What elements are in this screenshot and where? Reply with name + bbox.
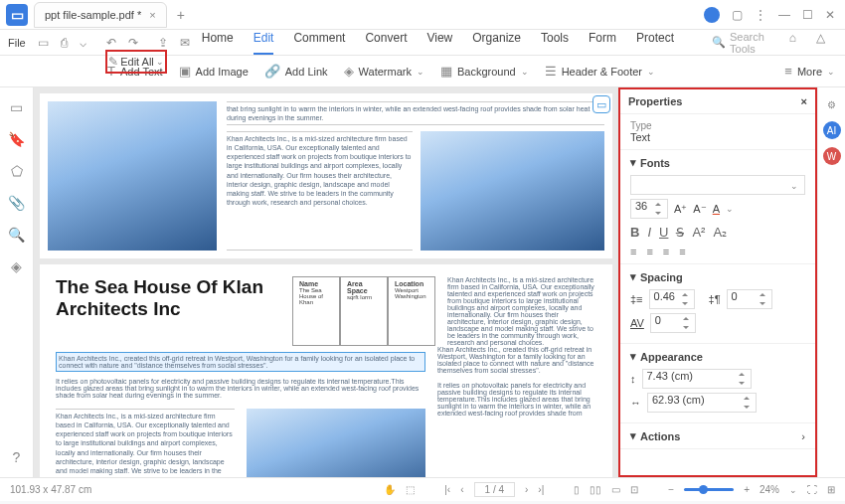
collapse-icon[interactable]: ▾ bbox=[630, 156, 636, 169]
first-page-icon[interactable]: |‹ bbox=[444, 484, 450, 495]
mail-icon[interactable]: ✉ bbox=[180, 36, 190, 50]
hand-tool-icon[interactable]: ✋ bbox=[384, 484, 396, 495]
layers-icon[interactable]: ◈ bbox=[11, 258, 22, 274]
body-text-block[interactable]: Khan Architects Inc., is a mid-sized arc… bbox=[227, 131, 413, 251]
fit-width-icon[interactable]: ⛶ bbox=[807, 484, 817, 495]
zoom-slider[interactable] bbox=[684, 488, 734, 491]
attachments-icon[interactable]: 📎 bbox=[8, 195, 25, 211]
chevron-right-icon[interactable]: › bbox=[801, 430, 805, 442]
next-page-icon[interactable]: › bbox=[525, 484, 528, 495]
menu-protect[interactable]: Protect bbox=[636, 31, 674, 55]
align-right-icon[interactable]: ≡ bbox=[663, 246, 669, 257]
page-indicator[interactable]: 1 / 4 bbox=[474, 482, 515, 497]
paragraph-spacing-input[interactable]: 0 bbox=[727, 289, 772, 309]
search-panel-icon[interactable]: 🔍 bbox=[8, 227, 25, 243]
collapse-icon[interactable]: ▾ bbox=[630, 270, 636, 283]
superscript-icon[interactable]: A² bbox=[692, 225, 705, 240]
right-text-1[interactable]: Khan Architects Inc., is a mid-sized arc… bbox=[447, 276, 596, 346]
single-page-icon[interactable]: ▯ bbox=[574, 484, 580, 495]
subscript-icon[interactable]: A₂ bbox=[713, 225, 727, 240]
underline-icon[interactable]: U bbox=[659, 225, 668, 240]
home-icon[interactable]: ⌂ bbox=[789, 31, 796, 55]
undo-icon[interactable]: ↶ bbox=[106, 36, 116, 50]
bold-icon[interactable]: B bbox=[630, 225, 639, 240]
share-icon[interactable]: ⇪ bbox=[158, 36, 168, 50]
document-tab[interactable]: ppt file-sample.pdf * × bbox=[34, 2, 167, 28]
right-text-2[interactable]: Khan Architects Inc., created this off-g… bbox=[437, 346, 596, 374]
continuous-page-icon[interactable]: ▯▯ bbox=[590, 484, 601, 495]
settings-icon[interactable]: ⚙ bbox=[823, 95, 841, 113]
building-image-3[interactable] bbox=[247, 409, 425, 477]
file-menu[interactable]: File bbox=[8, 37, 26, 49]
font-family-select[interactable]: ⌄ bbox=[630, 175, 805, 195]
align-justify-icon[interactable]: ≡ bbox=[679, 246, 685, 257]
strikethrough-icon[interactable]: S̶ bbox=[676, 225, 684, 240]
fit-page-icon[interactable]: ⊡ bbox=[630, 484, 638, 495]
width-input[interactable]: 7.43 (cm) bbox=[642, 369, 752, 389]
search-tools[interactable]: 🔍 Search Tools bbox=[712, 31, 769, 55]
bookmarks-icon[interactable]: 🔖 bbox=[8, 131, 25, 147]
font-size-input[interactable]: 36 bbox=[630, 199, 668, 219]
zoom-value[interactable]: 24% bbox=[760, 484, 779, 495]
two-page-icon[interactable]: ▭ bbox=[611, 484, 620, 495]
header-footer-button[interactable]: ☰Header & Footer⌄ bbox=[545, 64, 655, 79]
word-icon[interactable]: W bbox=[823, 147, 841, 165]
user-avatar[interactable] bbox=[704, 7, 720, 23]
watermark-button[interactable]: ◈Watermark⌄ bbox=[344, 64, 424, 79]
zoom-out-icon[interactable]: − bbox=[668, 484, 674, 495]
close-tab-icon[interactable]: × bbox=[149, 9, 155, 21]
italic-icon[interactable]: I bbox=[647, 225, 651, 240]
ai-icon[interactable]: AI bbox=[823, 121, 841, 139]
help-icon[interactable]: ? bbox=[13, 449, 21, 465]
collapse-icon[interactable]: ▾ bbox=[630, 350, 636, 363]
decrease-font-icon[interactable]: A⁻ bbox=[693, 203, 706, 216]
menu-organize[interactable]: Organize bbox=[472, 31, 521, 55]
select-tool-icon[interactable]: ⬚ bbox=[406, 484, 415, 495]
page-title[interactable]: The Sea House Of Klan Architects Inc bbox=[56, 276, 280, 346]
redo-icon[interactable]: ↷ bbox=[128, 36, 138, 50]
minimize-button[interactable]: — bbox=[778, 8, 790, 22]
zoom-in-icon[interactable]: + bbox=[744, 484, 750, 495]
kebab-menu-icon[interactable]: ⋮ bbox=[755, 8, 766, 22]
up-icon[interactable]: △ bbox=[816, 31, 825, 55]
add-image-button[interactable]: ▣Add Image bbox=[179, 64, 249, 79]
save-icon[interactable]: ⎙ bbox=[61, 36, 68, 50]
height-input[interactable]: 62.93 (cm) bbox=[647, 393, 757, 413]
print-icon[interactable]: ⌵ bbox=[80, 36, 86, 50]
open-icon[interactable]: ▭ bbox=[38, 36, 49, 50]
menu-edit[interactable]: Edit bbox=[254, 31, 274, 55]
menu-comment[interactable]: Comment bbox=[293, 31, 345, 55]
align-center-icon[interactable]: ≡ bbox=[646, 246, 652, 257]
building-image-1[interactable] bbox=[48, 101, 217, 251]
more-button[interactable]: ≡More⌄ bbox=[784, 64, 835, 79]
comments-icon[interactable]: ⬠ bbox=[11, 163, 23, 179]
add-link-button[interactable]: 🔗Add Link bbox=[264, 64, 328, 79]
font-color-icon[interactable]: A bbox=[713, 203, 720, 215]
menu-tools[interactable]: Tools bbox=[541, 31, 569, 55]
window-restore-icon[interactable]: ▢ bbox=[732, 8, 743, 22]
background-button[interactable]: ▦Background⌄ bbox=[440, 64, 529, 79]
menu-convert[interactable]: Convert bbox=[365, 31, 407, 55]
char-spacing-input[interactable]: 0 bbox=[650, 313, 696, 333]
info-table[interactable]: NameThe Sea House of Khan Area Spacesqrf… bbox=[292, 276, 435, 346]
edit-all-button[interactable]: ✎ Edit All ⌄ bbox=[105, 50, 167, 74]
close-button[interactable]: ✕ bbox=[825, 8, 835, 22]
selected-text-block[interactable]: Khan Architects Inc., created this off-g… bbox=[56, 352, 425, 372]
thumbnails-icon[interactable]: ▭ bbox=[10, 99, 23, 115]
body-text[interactable]: It relies on photovoltaic panels for ele… bbox=[56, 378, 425, 399]
building-image-2[interactable] bbox=[421, 131, 604, 251]
align-left-icon[interactable]: ≡ bbox=[630, 246, 636, 257]
last-page-icon[interactable]: ›| bbox=[538, 484, 544, 495]
increase-font-icon[interactable]: A⁺ bbox=[674, 203, 687, 216]
left-column-text[interactable]: Khan Architects Inc., is a mid-sized arc… bbox=[56, 409, 235, 477]
menu-view[interactable]: View bbox=[426, 31, 452, 55]
right-text-3[interactable]: It relies on photovoltaic panels for ele… bbox=[437, 382, 596, 417]
menu-home[interactable]: Home bbox=[202, 31, 234, 55]
caption-text[interactable]: that bring sunlight in to warm the inter… bbox=[227, 101, 604, 125]
close-properties-icon[interactable]: × bbox=[801, 95, 807, 107]
document-view[interactable]: that bring sunlight in to warm the inter… bbox=[34, 87, 618, 477]
new-tab-button[interactable]: + bbox=[177, 7, 185, 23]
maximize-button[interactable]: ☐ bbox=[802, 8, 813, 22]
menu-form[interactable]: Form bbox=[589, 31, 616, 55]
line-spacing-input[interactable]: 0.46 bbox=[649, 289, 695, 309]
